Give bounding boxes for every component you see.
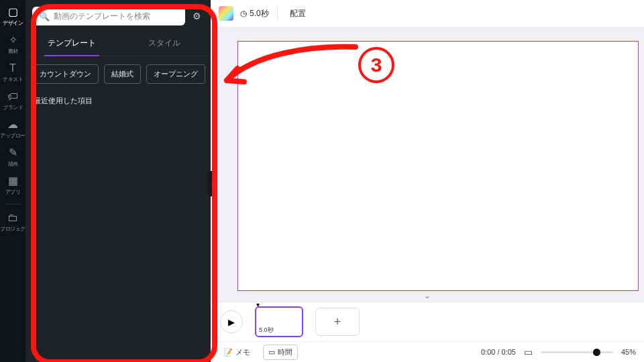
footer-bar: 📝 メモ ▭ 時間 0:00 / 0:05 ▭ 45% [211,341,644,362]
rail-label: アプリ [5,188,21,196]
rail-elements[interactable]: ✧ 素材 [0,31,25,59]
settings-icon[interactable]: ⚙ [189,9,204,23]
canvas-area: ⌄ [211,27,644,302]
animation-thumbnail[interactable] [219,6,233,21]
add-clip-button[interactable]: + [315,308,360,336]
design-icon: ▢ [8,7,18,17]
playhead-time: 0:00 / 0:05 [481,348,516,356]
rail-projects[interactable]: 🗀 プロジェク [0,208,25,237]
tab-templates[interactable]: テンプレート [25,31,118,56]
search-icon: 🔍 [39,11,50,21]
notes-label: メモ [235,347,250,357]
time-mode-button[interactable]: ▭ 時間 [263,345,298,360]
zoom-slider[interactable] [541,351,613,353]
separator [277,7,278,20]
canvas[interactable] [237,41,639,291]
view-grid-icon[interactable]: ▭ [524,347,533,357]
tab-styles[interactable]: スタイル [118,31,211,56]
zoom-value: 45% [621,348,636,356]
rail-label: プロジェク [0,225,25,233]
zoom-knob[interactable] [593,349,600,356]
chip-countdown[interactable]: カウントダウン [32,64,99,84]
play-button[interactable]: ▶ [220,310,243,333]
apps-icon: ▦ [8,176,18,186]
rail-brand[interactable]: 🏷 ブランド [0,87,25,115]
timeline-clip[interactable]: ▾ 5.0秒 [255,306,303,337]
recent-heading: 最近使用した項目 [25,86,211,106]
editor-area: ◷ 5.0秒 配置 ⌄ ▶ ▾ 5.0秒 + 📝 メモ ▭ [211,0,644,362]
elements-icon: ✧ [9,35,17,46]
notes-button[interactable]: 📝 メモ [219,345,255,359]
film-icon: ▭ [268,348,275,357]
clip-duration: 5.0秒 [259,326,274,335]
rail-label: アップロー [0,132,25,139]
editor-toolbar: ◷ 5.0秒 配置 [211,0,644,27]
duration-control[interactable]: ◷ 5.0秒 [240,8,269,19]
timeline: ▶ ▾ 5.0秒 + [211,302,644,341]
rail-design[interactable]: ▢ デザイン [0,3,25,31]
chip-wedding[interactable]: 結婚式 [104,64,141,84]
brand-icon: 🏷 [7,91,18,102]
rail-label: 素材 [8,48,18,55]
search-placeholder: 動画のテンプレートを検索 [54,11,150,22]
rail-draw[interactable]: ✎ 描画 [0,143,25,172]
notes-icon: 📝 [223,348,233,357]
rail-apps[interactable]: ▦ アプリ [0,172,25,200]
panel-tabs: テンプレート スタイル [25,31,211,56]
rail-text[interactable]: T テキスト [0,59,25,87]
draw-icon: ✎ [9,147,17,158]
search-input[interactable]: 🔍 動画のテンプレートを検索 [32,7,185,25]
rail-label: デザイン [3,19,23,27]
rail-uploads[interactable]: ☁ アップロー [0,115,25,143]
chip-opening[interactable]: オープニング [146,64,205,84]
clock-icon: ◷ [240,9,247,18]
side-panel: 🔍 動画のテンプレートを検索 ⚙ テンプレート スタイル カウントダウン 結婚式… [25,0,211,362]
duration-value: 5.0秒 [250,8,269,19]
time-mode-label: 時間 [278,347,292,357]
folder-icon: 🗀 [7,213,18,223]
nav-rail: ▢ デザイン ✧ 素材 T テキスト 🏷 ブランド ☁ アップロー ✎ 描画 ▦… [0,0,25,362]
suggestion-chips: カウントダウン 結婚式 オープニング › [25,56,211,86]
rail-label: テキスト [3,76,23,83]
rail-label: 描画 [8,160,18,168]
playhead-marker-icon: ▾ [256,301,260,308]
upload-icon: ☁ [7,119,18,130]
text-icon: T [9,63,16,74]
page-expand-icon[interactable]: ⌄ [424,291,431,300]
arrange-button[interactable]: 配置 [286,5,310,22]
divider [5,204,21,204]
rail-label: ブランド [3,104,23,111]
